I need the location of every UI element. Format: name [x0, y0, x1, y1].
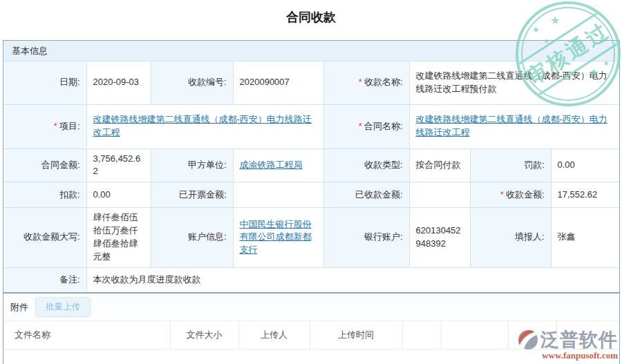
- contract-amount-value: 3,756,452.62: [86, 149, 151, 182]
- contract-amount-label: 合同金额:: [3, 149, 86, 182]
- basic-info-table: 日期: 2020-09-03 收款编号: 2020090007 *收款名称: 改…: [3, 61, 619, 292]
- required-asterisk: *: [500, 189, 504, 200]
- penalty-value: 0.00: [551, 149, 619, 182]
- receipt-name-label-text: 收款名称:: [364, 77, 403, 87]
- filler-value: 张鑫: [551, 208, 619, 267]
- receipt-amount-value: 17,552.62: [551, 182, 619, 208]
- account-info-label: 账户信息:: [151, 208, 233, 267]
- fanpu-watermark: 泛普软件 www.fanpusoft.com: [518, 327, 618, 361]
- contract-name-label: *合同名称:: [323, 104, 409, 149]
- account-info-link[interactable]: 中国民生银行股份有限公司成都新都支行: [240, 219, 312, 256]
- fanpu-logo-url: www.fanpusoft.com: [518, 350, 618, 361]
- receipt-amount-label: *收款金额:: [470, 182, 551, 208]
- receipt-no-label: 收款编号:: [151, 61, 233, 104]
- remark-value: 本次收款为月度进度款收款: [86, 267, 619, 292]
- table-row: 备注: 本次收款为月度进度款收款: [3, 267, 619, 292]
- column-uploader: 上传人: [238, 321, 310, 349]
- party-a-label: 甲方单位:: [151, 149, 233, 182]
- deduction-value: 0.00: [86, 182, 151, 208]
- receipt-no-value: 2020090007: [233, 61, 323, 104]
- column-upload-time: 上传时间: [310, 321, 402, 349]
- contract-name-label-text: 合同名称:: [364, 121, 403, 131]
- bank-account-label: 银行账户:: [323, 208, 409, 267]
- receipt-amount-label-text: 收款金额:: [506, 189, 545, 200]
- account-info-value: 中国民生银行股份有限公司成都新都支行: [233, 208, 323, 267]
- contract-name-link[interactable]: 改建铁路线增建第二线直通线（成都-西安）电力线路迁改工程: [416, 114, 607, 137]
- received-amount-value: [409, 182, 470, 208]
- fanpu-logo-row: 泛普软件: [518, 327, 618, 352]
- receipt-name-label: *收款名称:: [323, 61, 409, 104]
- party-a-value: 成渝铁路工程局: [233, 149, 323, 182]
- receipt-type-value: 按合同付款: [409, 149, 470, 182]
- required-asterisk: *: [359, 121, 362, 131]
- invoiced-amount-value: [233, 182, 323, 208]
- received-amount-label: 已收款金额:: [323, 182, 409, 208]
- table-row: 扣款: 0.00 已开票金额: 已收款金额: *收款金额: 17,552.62: [3, 182, 619, 208]
- fanpu-logo-icon: [518, 329, 538, 350]
- basic-info-section-title: 基本信息: [3, 41, 619, 61]
- column-file-name: 文件名称: [3, 321, 170, 349]
- table-row: 日期: 2020-09-03 收款编号: 2020090007 *收款名称: 改…: [3, 61, 619, 104]
- fanpu-logo-text: 泛普软件: [540, 327, 618, 352]
- attachments-header: 附件 批量上传: [3, 294, 619, 320]
- star-icon: ★: [532, 25, 540, 35]
- basic-info-panel: 基本信息 日期: 2020-09-03 收款编号: 2020090007 *收款…: [3, 40, 620, 293]
- penalty-label: 罚款:: [470, 149, 551, 182]
- column-empty: [441, 321, 508, 349]
- date-value: 2020-09-03: [86, 61, 151, 104]
- project-label: *项目:: [3, 104, 86, 149]
- date-label: 日期:: [3, 61, 86, 104]
- project-value: 改建铁路线增建第二线直通线（成都-西安）电力线路迁改工程: [86, 104, 323, 149]
- receipt-type-label: 收款类型:: [323, 149, 409, 182]
- project-label-text: 项目:: [59, 121, 80, 131]
- bank-account-value: 620130452948392: [409, 208, 470, 267]
- invoiced-amount-label: 已开票金额:: [151, 182, 233, 208]
- table-row: 收款金额大写: 肆仟叁佰伍拾伍万叁仟肆佰叁拾肆元整 账户信息: 中国民生银行股份…: [3, 208, 619, 267]
- attachments-title: 附件: [10, 301, 28, 314]
- table-row: 合同金额: 3,756,452.62 甲方单位: 成渝铁路工程局 收款类型: 按…: [3, 149, 619, 182]
- contract-name-value: 改建铁路线增建第二线直通线（成都-西安）电力线路迁改工程: [409, 104, 619, 149]
- amount-words-value: 肆仟叁佰伍拾伍万叁仟肆佰叁拾肆元整: [86, 208, 151, 267]
- column-empty: [402, 321, 441, 349]
- required-asterisk: *: [359, 77, 362, 87]
- receipt-name-value: 改建铁路线增建第二线直通线（成都-西安）电力线路迁改工程预付款: [409, 61, 619, 104]
- deduction-label: 扣款:: [3, 182, 86, 208]
- amount-words-label: 收款金额大写:: [3, 208, 86, 267]
- table-row: *项目: 改建铁路线增建第二线直通线（成都-西安）电力线路迁改工程 *合同名称:…: [3, 104, 619, 149]
- remark-label: 备注:: [3, 267, 86, 292]
- filler-label: 填报人:: [470, 208, 551, 267]
- project-link[interactable]: 改建铁路线增建第二线直通线（成都-西安）电力线路迁改工程: [93, 114, 312, 137]
- column-file-size: 文件大小: [170, 321, 238, 349]
- required-asterisk: *: [54, 121, 57, 131]
- party-a-link[interactable]: 成渝铁路工程局: [240, 160, 303, 170]
- page-title: 合同收款: [0, 9, 622, 26]
- batch-upload-button[interactable]: 批量上传: [35, 297, 91, 317]
